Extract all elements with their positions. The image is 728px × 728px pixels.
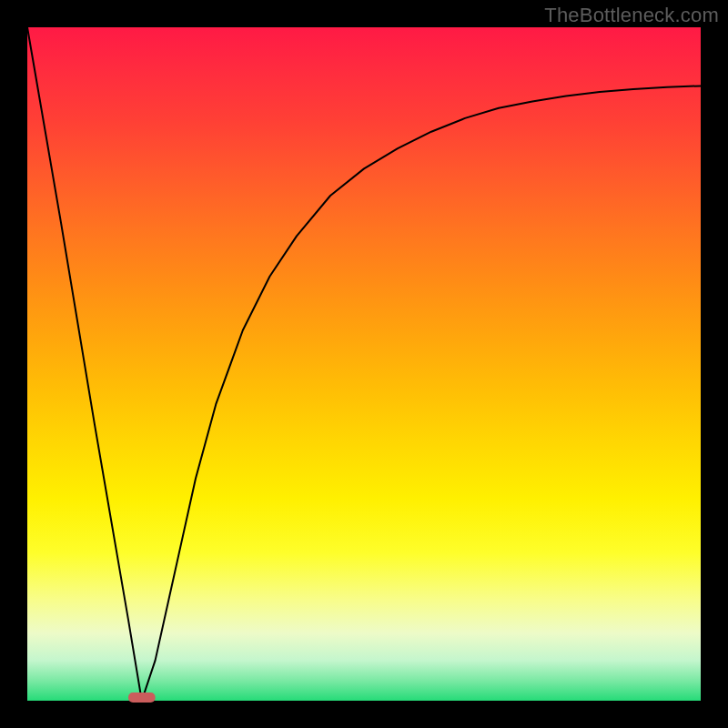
curve-layer (27, 27, 701, 701)
bottleneck-curve (27, 27, 701, 701)
minimum-marker (128, 693, 156, 703)
chart-frame: TheBottleneck.com (0, 0, 728, 728)
plot-area (27, 27, 701, 701)
watermark-text: TheBottleneck.com (544, 4, 719, 27)
